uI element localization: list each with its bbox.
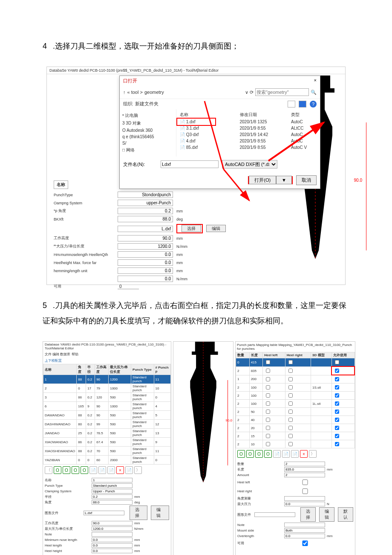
table-row[interactable]: 1880.2901200Standard punch11: [43, 375, 171, 384]
form-input[interactable]: [284, 534, 325, 538]
fig2-menubar[interactable]: 文件 编辑 数据库 帮助: [43, 351, 171, 357]
form-button[interactable]: 默认: [338, 507, 353, 522]
form-input[interactable]: [92, 500, 133, 505]
toolbar-icon[interactable]: O: [264, 450, 272, 458]
sidebar-item[interactable]: 3 3D 对象: [122, 119, 173, 127]
form-input[interactable]: [118, 226, 173, 232]
right-toolbar-icons[interactable]: OOOO📄📄📄×〉: [236, 448, 355, 459]
file-row[interactable]: 📄 4.dxf2020/1/9 8:55AutoC: [178, 138, 318, 144]
form-input[interactable]: [92, 526, 133, 531]
table-row[interactable]: 210: [236, 440, 355, 448]
table-row[interactable]: 61659901000Standard punch4: [43, 402, 171, 411]
path-folder[interactable]: geometry: [144, 90, 164, 95]
toolbar-icon[interactable]: 📄: [98, 466, 106, 474]
table-row[interactable]: 250: [236, 408, 355, 416]
form-checkbox[interactable]: [286, 540, 324, 546]
form-input[interactable]: [92, 489, 133, 494]
form-input[interactable]: [118, 267, 173, 274]
table-row[interactable]: 21001S.stl: [236, 384, 355, 392]
toolbar-icon[interactable]: 〉: [309, 450, 317, 458]
form-button[interactable]: 编辑: [206, 225, 226, 232]
filename-input[interactable]: [161, 160, 219, 168]
open-dropdown[interactable]: ▼: [276, 176, 292, 184]
sidebar-item[interactable]: ᵒ 比电脑: [122, 112, 173, 119]
form-input[interactable]: [118, 276, 173, 282]
form-checkbox[interactable]: [286, 488, 324, 494]
form-input[interactable]: [118, 259, 173, 266]
open-button[interactable]: 打开(O): [249, 176, 276, 184]
form-input[interactable]: [84, 511, 124, 515]
form-input[interactable]: [92, 494, 133, 499]
table-row[interactable]: DAWANDAO880.290500Standard punch5: [43, 411, 171, 420]
table-row[interactable]: XIAOWANDAO860.267.4500Standard punch9: [43, 438, 171, 447]
form-input[interactable]: [284, 462, 325, 466]
form-input[interactable]: [92, 538, 133, 542]
toolbar-icon[interactable]: O: [237, 450, 245, 458]
form-input[interactable]: [118, 235, 173, 241]
form-input[interactable]: [254, 512, 295, 517]
form-input[interactable]: [92, 543, 133, 548]
table-row[interactable]: DASHIWANDAO800.299500Standard punch12: [43, 420, 171, 429]
file-list[interactable]: 名称修改日期类型 📄 1.dxf2020/1/8 1325AutoC📄 3.1.…: [176, 109, 320, 157]
table-row[interactable]: 0415: [236, 358, 355, 367]
form-button[interactable]: 编辑: [151, 506, 169, 520]
form-input[interactable]: [118, 243, 173, 250]
table-row[interactable]: 215: [236, 432, 355, 440]
file-row[interactable]: 📄 Q3·dxf2020/1/9 14:42AutoC: [178, 131, 318, 138]
sidebar-item[interactable]: □ 网络: [122, 146, 173, 154]
form-input[interactable]: [118, 216, 173, 222]
table-row[interactable]: 2835: [236, 366, 355, 375]
table-row[interactable]: JIANDAO250.278.5500Standard punch13: [43, 429, 171, 438]
sidebar-item[interactable]: O Autodesk 360: [122, 127, 173, 134]
help-icon[interactable]: ?: [310, 101, 317, 108]
form-input[interactable]: [284, 528, 325, 533]
form-input[interactable]: [284, 467, 325, 472]
form-input[interactable]: [118, 251, 173, 258]
parts-table[interactable]: 数量长度Heel leftHeel right3D 模型允许使用04152835…: [236, 352, 355, 448]
fig2-tab[interactable]: 上下模配置: [43, 357, 171, 364]
search-icon[interactable]: 🔍: [311, 90, 317, 95]
file-row[interactable]: 📄 1.dxf2020/1/8 1325AutoC: [178, 119, 318, 125]
table-row[interactable]: 3860.2120500Standard punch0: [43, 393, 171, 402]
sidebar-item[interactable]: S/: [122, 140, 173, 146]
toolbar-icon[interactable]: 📄: [125, 466, 133, 474]
toolbar-icon[interactable]: 〉: [134, 466, 142, 474]
table-row[interactable]: 2017791000Standard punch10: [43, 384, 171, 393]
toolbar-icon[interactable]: ×: [300, 450, 308, 458]
toolbar-icon[interactable]: O: [255, 450, 263, 458]
organize-label[interactable]: 组织: [123, 101, 133, 106]
view-icon-2[interactable]: [299, 101, 306, 108]
toolbar-icon[interactable]: O: [246, 450, 254, 458]
tool-table[interactable]: 名称角度半径工作高度最大压力/单位长度Punch Type# Punch p18…: [43, 364, 171, 465]
toolbar-icon[interactable]: O: [63, 466, 70, 474]
table-row[interactable]: YAZIBIAN00602000Standard punch0: [43, 456, 171, 465]
nav-up-icon[interactable]: ↑: [123, 90, 126, 95]
toolbar-icon[interactable]: 📄: [282, 450, 290, 458]
file-row[interactable]: 📄 85.dxf2020/1/9 8:55AutoC V: [178, 144, 318, 151]
form-input[interactable]: [92, 549, 133, 553]
form-input[interactable]: [284, 523, 325, 527]
filter-select[interactable]: AutoCAD DXF图 (*.dxf): [222, 160, 277, 169]
toolbar-icon[interactable]: 📄: [89, 466, 97, 474]
form-input[interactable]: [284, 502, 325, 506]
form-button[interactable]: 选择: [182, 225, 201, 232]
name-input-2[interactable]: [92, 478, 133, 482]
close-icon[interactable]: ×: [314, 78, 317, 84]
form-button[interactable]: 选择: [130, 506, 148, 520]
toolbar-icons[interactable]: 〈OOOO📄📄📄×📄〉: [43, 465, 171, 476]
toolbar-icon[interactable]: O: [81, 466, 88, 474]
toolbar-icon[interactable]: ×: [116, 466, 124, 474]
table-row[interactable]: 240: [236, 416, 355, 424]
form-checkbox[interactable]: [286, 479, 324, 485]
form-input[interactable]: [284, 473, 325, 477]
file-row[interactable]: 📄 3.1.dxf2020/1/9 8:55ALtCC: [178, 125, 318, 131]
view-icon[interactable]: [288, 101, 295, 108]
search-input[interactable]: [255, 88, 309, 96]
toolbar-icon[interactable]: 📄: [107, 466, 115, 474]
sidebar-item[interactable]: q e (think156465: [122, 134, 173, 140]
toolbar-icon[interactable]: 📄: [273, 450, 281, 458]
form-input[interactable]: [284, 496, 325, 501]
newfolder-label[interactable]: 新建文件夹: [135, 101, 159, 106]
toolbar-icon[interactable]: O: [72, 466, 79, 474]
table-row[interactable]: XIAOSHEWANDAO880.270500Standard punch11: [43, 447, 171, 456]
